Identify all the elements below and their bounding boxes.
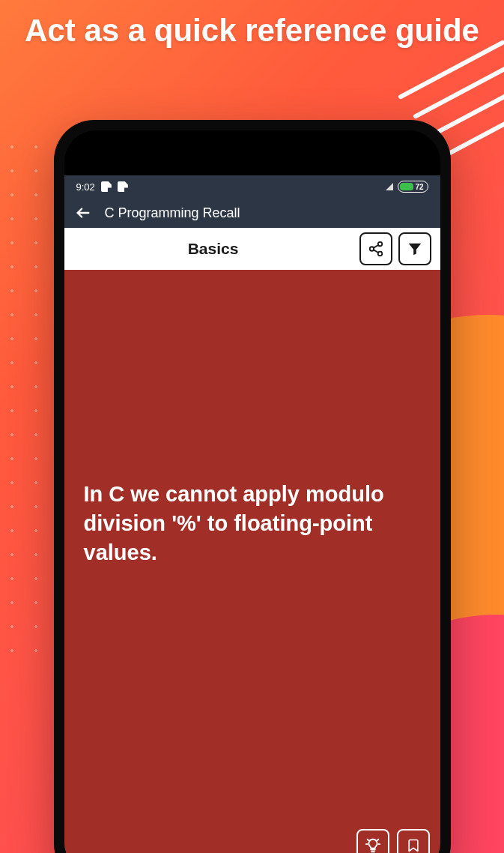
status-left: 9:02: [76, 181, 128, 193]
status-right: 72: [386, 181, 428, 193]
share-button[interactable]: [359, 232, 392, 265]
status-bar: 9:02 72: [64, 175, 440, 198]
screen: 9:02 72 C Programming Recall: [64, 175, 440, 853]
back-button[interactable]: [75, 205, 91, 221]
fact-card[interactable]: In C we cannot apply modulo division '%'…: [64, 270, 440, 853]
toolbar: Basics: [64, 228, 440, 270]
notification-icon: [101, 181, 112, 192]
notification-icon: [118, 181, 128, 192]
fact-text: In C we cannot apply modulo division '%'…: [84, 480, 421, 567]
lightbulb-icon: [365, 837, 381, 853]
card-actions: [356, 829, 430, 853]
hint-button[interactable]: [356, 829, 389, 853]
svg-line-5: [373, 250, 377, 253]
bookmark-button[interactable]: [397, 829, 430, 853]
phone-inner: 9:02 72 C Programming Recall: [64, 130, 440, 853]
battery-level: 72: [415, 183, 423, 191]
signal-icon: [386, 183, 393, 190]
filter-icon: [407, 241, 423, 257]
status-time: 9:02: [76, 181, 95, 193]
battery-indicator: 72: [398, 181, 428, 193]
app-title: C Programming Recall: [105, 205, 240, 221]
share-icon: [368, 241, 384, 257]
phone-frame: 9:02 72 C Programming Recall: [54, 120, 451, 853]
app-bar: C Programming Recall: [64, 198, 440, 228]
svg-line-8: [367, 840, 368, 840]
svg-line-9: [377, 840, 377, 840]
bookmark-icon: [406, 837, 421, 853]
marketing-headline: Act as a quick reference guide: [0, 0, 504, 49]
filter-button[interactable]: [398, 232, 431, 265]
svg-line-4: [373, 245, 377, 248]
category-label: Basics: [73, 240, 353, 258]
